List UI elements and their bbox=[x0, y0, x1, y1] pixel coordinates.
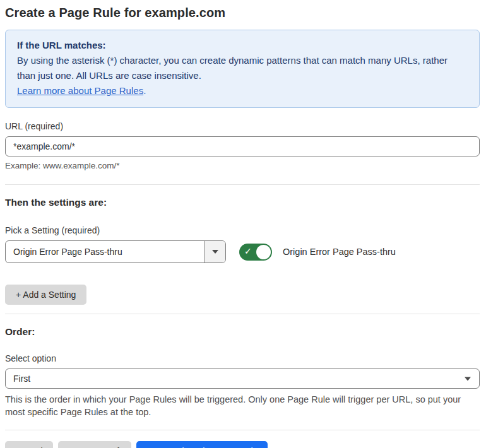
setting-select-value: Origin Error Page Pass-thru bbox=[6, 241, 204, 262]
setting-toggle-group: ✓ Origin Error Page Pass-thru bbox=[239, 244, 396, 261]
order-select-label: Select option bbox=[5, 353, 480, 363]
url-input[interactable] bbox=[5, 136, 480, 156]
divider bbox=[5, 184, 480, 185]
divider bbox=[5, 314, 480, 314]
url-match-info-box: If the URL matches: By using the asteris… bbox=[5, 30, 480, 108]
add-setting-button[interactable]: + Add a Setting bbox=[5, 285, 86, 305]
order-select-value: First bbox=[13, 374, 30, 384]
learn-more-link[interactable]: Learn more about Page Rules bbox=[17, 85, 143, 96]
url-field-label: URL (required) bbox=[5, 121, 480, 131]
info-box-link-line: Learn more about Page Rules. bbox=[17, 83, 468, 98]
page-rule-form: Create a Page Rule for example.com If th… bbox=[0, 0, 486, 448]
toggle-label: Origin Error Page Pass-thru bbox=[283, 247, 396, 257]
order-select[interactable]: First bbox=[5, 368, 480, 389]
chevron-down-icon bbox=[465, 377, 471, 381]
setting-picker-label: Pick a Setting (required) bbox=[5, 225, 480, 235]
save-as-draft-button[interactable]: Save as Draft bbox=[58, 441, 132, 448]
link-suffix: . bbox=[143, 85, 146, 96]
setting-row: Origin Error Page Pass-thru ✓ Origin Err… bbox=[5, 240, 480, 263]
setting-select-arrow-button[interactable] bbox=[204, 241, 225, 262]
order-section-heading: Order: bbox=[5, 326, 480, 338]
check-icon: ✓ bbox=[244, 247, 252, 256]
url-example-text: Example: www.example.com/* bbox=[5, 161, 480, 170]
cancel-button[interactable]: Cancel bbox=[5, 441, 53, 448]
footer-actions: Cancel Save as Draft Save and Deploy Pag… bbox=[5, 441, 480, 448]
setting-select[interactable]: Origin Error Page Pass-thru bbox=[5, 240, 226, 263]
settings-section-heading: Then the settings are: bbox=[5, 197, 480, 208]
divider bbox=[5, 430, 480, 430]
page-title: Create a Page Rule for example.com bbox=[5, 6, 480, 20]
info-box-body: By using the asterisk (*) character, you… bbox=[17, 53, 468, 83]
info-box-heading: If the URL matches: bbox=[17, 38, 468, 53]
origin-error-toggle[interactable]: ✓ bbox=[239, 244, 272, 261]
chevron-down-icon bbox=[212, 250, 218, 254]
order-help-text: This is the order in which your Page Rul… bbox=[5, 394, 477, 418]
toggle-knob bbox=[256, 245, 271, 259]
save-and-deploy-button[interactable]: Save and Deploy Page Rule bbox=[136, 441, 268, 448]
